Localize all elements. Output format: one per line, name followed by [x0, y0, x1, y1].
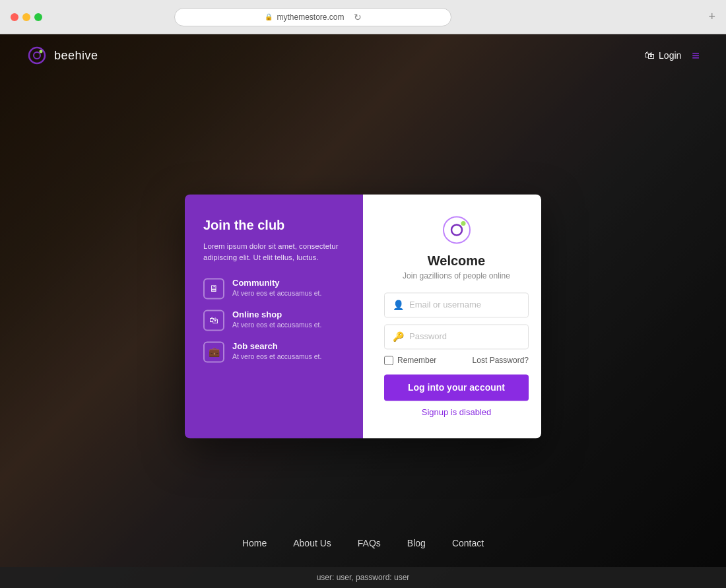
user-icon: 👤 — [393, 300, 404, 310]
jobs-icon-box: 💼 — [203, 341, 224, 362]
password-input[interactable] — [409, 331, 520, 341]
community-icon: 🖥 — [209, 283, 218, 294]
login-button[interactable]: Log into your account — [384, 374, 529, 401]
footer-link-blog[interactable]: Blog — [407, 538, 426, 548]
logo-icon — [26, 45, 48, 66]
feature-jobs: 💼 Job search At vero eos et accusamus et… — [203, 341, 345, 362]
form-extras: Remember Lost Password? — [384, 356, 529, 365]
footer-link-faqs[interactable]: FAQs — [358, 538, 381, 548]
svg-point-0 — [29, 48, 45, 63]
community-icon-box: 🖥 — [203, 278, 224, 299]
login-nav-button[interactable]: 🛍 Login — [644, 49, 681, 61]
shop-title: Online shop — [232, 310, 321, 319]
remember-group: Remember — [384, 356, 436, 365]
login-modal: Join the club Lorem ipsum dolor sit amet… — [185, 194, 541, 438]
welcome-subtitle: Join gazillions of people online — [403, 271, 510, 280]
feature-shop: 🛍 Online shop At vero eos et accusamus e… — [203, 310, 345, 331]
status-text: user: user, password: user — [317, 573, 410, 582]
jobs-title: Job search — [232, 341, 321, 351]
community-title: Community — [232, 278, 321, 288]
jobs-icon: 💼 — [209, 346, 220, 357]
remember-checkbox[interactable] — [384, 356, 393, 365]
page: beehive 🛍 Login ≡ Join the club Lorem ip… — [0, 34, 726, 588]
lock-field-icon: 🔑 — [393, 331, 404, 342]
traffic-lights — [11, 13, 42, 21]
svg-point-5 — [461, 220, 465, 225]
jobs-sub: At vero eos et accusamus et. — [232, 352, 321, 360]
footer-link-home[interactable]: Home — [242, 538, 267, 548]
navbar: beehive 🛍 Login ≡ — [0, 34, 726, 77]
address-bar[interactable]: 🔒 mythemestore.com ↻ — [174, 8, 451, 26]
shop-sub: At vero eos et accusamus et. — [232, 321, 321, 329]
hamburger-icon[interactable]: ≡ — [692, 48, 700, 63]
footer-link-contact[interactable]: Contact — [452, 538, 484, 548]
new-tab-button[interactable]: + — [708, 10, 715, 24]
svg-point-4 — [451, 224, 462, 235]
maximize-button[interactable] — [34, 13, 42, 21]
reload-button[interactable]: ↻ — [354, 12, 362, 22]
navbar-right: 🛍 Login ≡ — [644, 48, 700, 63]
logo[interactable]: beehive — [26, 45, 98, 66]
cart-icon: 🛍 — [644, 49, 655, 61]
url-text: mythemestore.com — [277, 13, 344, 22]
svg-point-2 — [40, 50, 43, 53]
svg-point-3 — [444, 216, 470, 243]
email-field-wrapper: 👤 — [384, 292, 529, 317]
shop-icon-box: 🛍 — [203, 310, 224, 331]
remember-label: Remember — [397, 356, 436, 365]
community-sub: At vero eos et accusamus et. — [232, 289, 321, 297]
modal-left-panel: Join the club Lorem ipsum dolor sit amet… — [185, 194, 363, 438]
logo-text: beehive — [54, 49, 98, 63]
password-field-wrapper: 🔑 — [384, 324, 529, 349]
footer-nav: Home About Us FAQs Blog Contact — [0, 538, 726, 548]
join-description: Lorem ipsum dolor sit amet, consectetur … — [203, 241, 345, 264]
login-nav-label: Login — [659, 50, 681, 61]
close-button[interactable] — [11, 13, 18, 21]
jobs-content: Job search At vero eos et accusamus et. — [232, 341, 321, 360]
feature-community: 🖥 Community At vero eos et accusamus et. — [203, 278, 345, 299]
minimize-button[interactable] — [22, 13, 30, 21]
lock-icon: 🔒 — [265, 13, 273, 20]
signup-link[interactable]: Signup is disabled — [422, 407, 492, 417]
browser-chrome: 🔒 mythemestore.com ↻ + — [0, 0, 726, 34]
svg-point-1 — [34, 52, 40, 59]
footer-link-about[interactable]: About Us — [293, 538, 331, 548]
status-bar: user: user, password: user — [0, 567, 726, 588]
modal-right-panel: Welcome Join gazillions of people online… — [363, 194, 541, 438]
email-input[interactable] — [409, 300, 520, 310]
join-title: Join the club — [203, 218, 345, 233]
shop-content: Online shop At vero eos et accusamus et. — [232, 310, 321, 329]
modal-logo-icon — [440, 212, 474, 247]
community-content: Community At vero eos et accusamus et. — [232, 278, 321, 297]
lost-password-link[interactable]: Lost Password? — [473, 356, 529, 365]
welcome-title: Welcome — [428, 253, 485, 269]
shop-icon: 🛍 — [209, 315, 218, 325]
